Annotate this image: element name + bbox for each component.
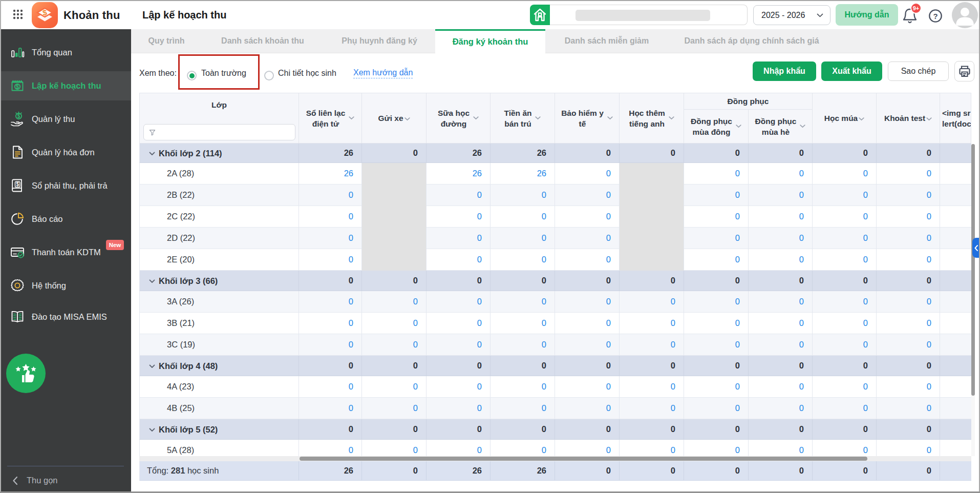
- svg-text:$: $: [17, 113, 20, 119]
- svg-text:$: $: [16, 84, 19, 90]
- svg-text:$: $: [16, 181, 19, 187]
- svg-text:?: ?: [933, 12, 938, 20]
